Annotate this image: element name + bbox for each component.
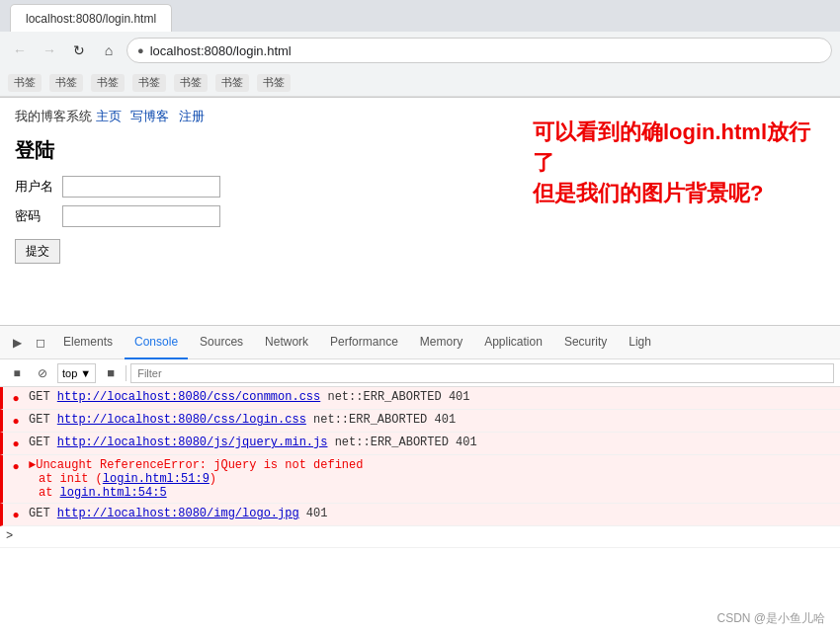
tab-security[interactable]: Security	[554, 326, 617, 359]
log-row-3: ● GET http://localhost:8080/js/jquery.mi…	[0, 433, 840, 455]
username-label: 用户名	[15, 178, 54, 196]
log-row-1: ● GET http://localhost:8080/css/conmmon.…	[0, 387, 840, 410]
devtools-inspect-icon[interactable]: ▶	[6, 332, 28, 354]
bookmark-item[interactable]: 书签	[215, 74, 249, 92]
username-input[interactable]	[62, 176, 220, 198]
tab-console[interactable]: Console	[125, 326, 188, 359]
console-prohibit-icon[interactable]: ⊘	[32, 362, 53, 384]
log-text-4: ►Uncaught ReferenceError: jQuery is not …	[29, 458, 834, 500]
error-icon: ●	[9, 437, 23, 451]
divider	[126, 365, 126, 381]
submit-button[interactable]: 提交	[15, 239, 60, 264]
annotation: 可以看到的确login.html放行 了 但是我们的图片背景呢?	[533, 118, 810, 208]
error-icon: ●	[9, 460, 23, 474]
log-link-3[interactable]: http://localhost:8080/js/jquery.min.js	[57, 436, 328, 449]
error-msg: ►Uncaught ReferenceError: jQuery is not …	[29, 458, 363, 472]
page-content: 我的博客系统 主页 写博客 注册 登陆 用户名 密码 提交 可以看到的确logi…	[0, 98, 840, 325]
log-row-2: ● GET http://localhost:8080/css/login.cs…	[0, 410, 840, 433]
prompt-caret: >	[6, 529, 13, 543]
active-tab[interactable]: localhost:8080/login.html	[10, 4, 172, 32]
tab-title: localhost:8080/login.html	[26, 12, 156, 26]
eye-button[interactable]: ■	[100, 362, 122, 384]
log-link-4a[interactable]: login.html:51:9	[103, 472, 210, 486]
error-icon: ●	[9, 509, 23, 522]
forward-button[interactable]: →	[38, 39, 61, 62]
browser-window: localhost:8080/login.html ← → ↻ ⌂ ● loca…	[0, 0, 840, 635]
reload-button[interactable]: ↻	[67, 39, 91, 62]
bookmark-item[interactable]: 书签	[132, 74, 166, 92]
log-link-5[interactable]: http://localhost:8080/img/logo.jpg	[57, 507, 299, 520]
annotation-line1: 可以看到的确login.html放行	[533, 118, 810, 148]
level-selector[interactable]: top ▼	[57, 363, 96, 383]
tab-sources[interactable]: Sources	[190, 326, 253, 359]
browser-chrome: localhost:8080/login.html ← → ↻ ⌂ ● loca…	[0, 0, 840, 98]
bookmark-item[interactable]: 书签	[49, 74, 83, 92]
annotation-line2: 了	[533, 148, 810, 179]
log-row-prompt: >	[0, 526, 840, 548]
lock-icon: ●	[137, 44, 144, 56]
devtools-mobile-icon[interactable]: ◻	[30, 332, 51, 354]
url-text: localhost:8080/login.html	[150, 43, 292, 58]
level-text: top	[62, 367, 77, 379]
error-icon: ●	[9, 415, 23, 429]
tab-elements[interactable]: Elements	[53, 326, 123, 359]
log-link-2[interactable]: http://localhost:8080/css/login.css	[57, 413, 306, 427]
log-link-4b[interactable]: login.html:54:5	[60, 486, 167, 500]
level-dropdown-icon: ▼	[80, 367, 91, 379]
bookmark-item[interactable]: 书签	[257, 74, 291, 92]
log-text-3: GET http://localhost:8080/js/jquery.min.…	[29, 436, 834, 449]
password-input[interactable]	[62, 205, 220, 227]
log-row-4: ● ►Uncaught ReferenceError: jQuery is no…	[0, 455, 840, 504]
error-detail-2: at login.html:54:5	[29, 486, 834, 500]
bookmark-item[interactable]: 书签	[8, 74, 42, 92]
console-block-icon[interactable]: ■	[6, 362, 28, 384]
log-text-1: GET http://localhost:8080/css/conmmon.cs…	[29, 390, 834, 404]
password-label: 密码	[15, 207, 54, 225]
error-icon: ●	[9, 392, 23, 406]
log-link-1[interactable]: http://localhost:8080/css/conmmon.css	[57, 390, 320, 404]
devtools-panel: ▶ ◻ Elements Console Sources Network Per…	[0, 325, 840, 635]
tab-performance[interactable]: Performance	[320, 326, 408, 359]
log-text-2: GET http://localhost:8080/css/login.css …	[29, 413, 834, 427]
annotation-line3: 但是我们的图片背景呢?	[533, 179, 810, 209]
console-log-area: ● GET http://localhost:8080/css/conmmon.…	[0, 387, 840, 635]
nav-link-home[interactable]: 主页	[96, 109, 122, 123]
nav-link-blog[interactable]: 写博客	[130, 109, 169, 123]
console-toolbar: ■ ⊘ top ▼ ■	[0, 359, 840, 387]
browser-tabs: localhost:8080/login.html	[0, 0, 840, 32]
error-detail-1: at init (login.html:51:9)	[29, 472, 834, 486]
tab-lighthouse[interactable]: Ligh	[619, 326, 661, 359]
filter-input[interactable]	[130, 363, 834, 383]
prompt-text[interactable]	[19, 529, 834, 543]
nav-prefix: 我的博客系统	[15, 109, 92, 123]
tab-memory[interactable]: Memory	[410, 326, 472, 359]
bookmark-item[interactable]: 书签	[174, 74, 208, 92]
home-button[interactable]: ⌂	[97, 39, 121, 62]
address-bar[interactable]: ● localhost:8080/login.html	[126, 38, 832, 63]
devtools-tabs: ▶ ◻ Elements Console Sources Network Per…	[0, 326, 840, 359]
bookmarks-bar: 书签 书签 书签 书签 书签 书签 书签	[0, 69, 840, 97]
csdn-watermark: CSDN @是小鱼儿哈	[716, 610, 825, 627]
tab-network[interactable]: Network	[255, 326, 318, 359]
tab-application[interactable]: Application	[474, 326, 552, 359]
back-button[interactable]: ←	[8, 39, 32, 62]
log-row-5: ● GET http://localhost:8080/img/logo.jpg…	[0, 504, 840, 526]
nav-link-register[interactable]: 注册	[179, 109, 205, 123]
bookmark-item[interactable]: 书签	[91, 74, 125, 92]
log-text-5: GET http://localhost:8080/img/logo.jpg 4…	[29, 507, 834, 520]
browser-toolbar: ← → ↻ ⌂ ● localhost:8080/login.html	[0, 32, 840, 69]
